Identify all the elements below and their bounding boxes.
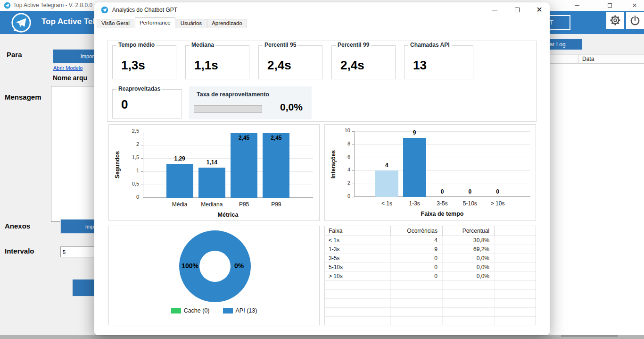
table-cell: 9 xyxy=(391,245,443,254)
metric-card: Percentil 992,4s xyxy=(331,45,396,79)
dialog-icon xyxy=(101,6,108,14)
app-icon xyxy=(4,2,11,9)
table-cell: 4 xyxy=(391,236,443,245)
table-cell xyxy=(391,308,443,316)
table-row: < 1s430,8% xyxy=(325,236,536,245)
table-cell xyxy=(443,290,495,298)
table-cell xyxy=(495,290,536,298)
tab-aprendizado[interactable]: Aprendizado xyxy=(207,19,247,28)
minimize-icon xyxy=(575,5,579,6)
dialog-minimize-button[interactable] xyxy=(487,4,503,16)
table-cell xyxy=(495,308,536,316)
y-tick-label: 2 xyxy=(331,180,350,186)
table-cell xyxy=(443,308,495,316)
abrir-modelo-link[interactable]: Abrir Modelo xyxy=(53,65,83,71)
y-tick-mark xyxy=(141,198,143,198)
main-close-button[interactable]: ✕ xyxy=(627,0,642,10)
tab-visão-geral[interactable]: Visão Geral xyxy=(97,19,134,28)
bar-value-label: 1,14 xyxy=(198,159,226,166)
bar xyxy=(375,170,398,197)
metric-card: Chamadas API13 xyxy=(404,45,473,79)
anexos-label: Anexos xyxy=(5,222,30,230)
dialog-maximize-button[interactable] xyxy=(509,4,525,16)
table-cell xyxy=(391,281,443,289)
y-tick-label: 1,5 xyxy=(120,154,139,160)
metric-card: Tempo médio1,3s xyxy=(112,45,176,79)
table-cell xyxy=(443,299,495,307)
y-tick-label: 0 xyxy=(120,194,139,200)
table-cell: 0,0% xyxy=(443,254,495,263)
x-category-label: > 10s xyxy=(479,200,517,207)
intervalo-label: Intervalo xyxy=(5,247,34,255)
main-minimize-button[interactable] xyxy=(570,0,584,10)
y-tick-label: 10 xyxy=(331,127,350,133)
time-range-table: FaixaOcorrênciasPercentual< 1s430,8%1-3s… xyxy=(324,226,536,325)
table-empty-row xyxy=(325,299,536,308)
settings-button[interactable] xyxy=(606,12,624,29)
reuse-rate-value: 0,0% xyxy=(280,102,303,113)
dialog-content: Taxa de reaproveitamento 0,0% Tempo médi… xyxy=(94,28,550,335)
minimize-icon xyxy=(492,10,497,10)
dialog-close-button[interactable]: ✕ xyxy=(531,4,547,16)
table-cell: 5-10s xyxy=(325,263,391,271)
response-time-bar-chart: Segundos00,511,522,51,29Média1,14Mediana… xyxy=(108,124,320,221)
table-cell xyxy=(325,308,391,316)
table-cell: 0 xyxy=(391,263,443,271)
legend-label: API (13) xyxy=(236,307,257,314)
bar-value-label: 0 xyxy=(428,188,456,195)
table-cell xyxy=(325,317,391,325)
metric-card: Percentil 952,4s xyxy=(258,45,322,79)
table-cell xyxy=(495,299,536,307)
bar-value-label: 4 xyxy=(372,162,401,169)
metric-label: Percentil 99 xyxy=(336,42,371,48)
table-column-header[interactable]: Ocorrências xyxy=(391,226,443,236)
main-window-title: Top Active Telegram - V. 2.8.0.0 xyxy=(13,2,92,8)
table-column-header[interactable]: Percentual xyxy=(443,226,495,236)
legend-label: Cache (0) xyxy=(184,307,210,314)
reuse-rate-label: Taxa de reaproveitamento xyxy=(197,91,269,98)
power-button[interactable] xyxy=(626,12,644,29)
metric-label: Reaproveitadas xyxy=(116,85,162,92)
table-cell: 0 xyxy=(391,272,443,280)
table-cell xyxy=(325,290,391,298)
table-column-header xyxy=(495,226,536,236)
table-cell xyxy=(495,245,536,254)
y-tick-label: 4 xyxy=(331,167,350,172)
table-cell: 0 xyxy=(391,254,443,263)
table-cell xyxy=(495,272,536,280)
nome-arquivo-label: Nome arqu xyxy=(53,74,87,82)
bar-value-label: 9 xyxy=(400,129,429,136)
reuse-card: Reaproveitadas0 xyxy=(112,89,182,119)
stats-panel: Taxa de reaproveitamento 0,0% Tempo médi… xyxy=(107,41,537,122)
metric-value: 13 xyxy=(413,58,427,73)
close-icon: ✕ xyxy=(536,6,542,14)
legend-item: Cache (0) xyxy=(171,307,210,314)
y-tick-label: 6 xyxy=(331,154,350,160)
table-cell: > 10s xyxy=(325,272,391,280)
table-row: 5-10s00,0% xyxy=(325,263,536,272)
y-tick-label: 2 xyxy=(120,141,139,147)
tab-usuários[interactable]: Usuários xyxy=(176,19,206,28)
legend-swatch xyxy=(223,308,233,314)
bar-value-label: 2,45 xyxy=(230,135,258,141)
table-empty-row xyxy=(325,308,536,317)
bar xyxy=(166,164,193,198)
log-list xyxy=(537,64,644,335)
table-header-row: FaixaOcorrênciasPercentual xyxy=(325,226,536,236)
main-maximize-button[interactable] xyxy=(603,0,617,10)
metric-label: Chamadas API xyxy=(408,42,452,48)
maximize-icon xyxy=(515,8,520,12)
table-cell: 69,2% xyxy=(443,245,495,254)
metric-card: Mediana1,1s xyxy=(185,45,249,79)
y-tick-label: 8 xyxy=(331,141,350,146)
table-row: 3-5s00,0% xyxy=(325,254,536,263)
metric-value: 0 xyxy=(121,97,128,112)
power-icon xyxy=(629,15,641,26)
tab-performance[interactable]: Performance xyxy=(135,17,175,28)
table-cell: 0,0% xyxy=(443,272,495,280)
metric-label: Percentil 95 xyxy=(263,42,298,48)
log-list-header[interactable]: Data xyxy=(537,54,644,64)
table-cell xyxy=(391,317,443,325)
table-column-header[interactable]: Faixa xyxy=(325,226,391,236)
desktop: Top Active Telegram - V. 2.8.0.0 ✕ Top A… xyxy=(0,0,644,339)
